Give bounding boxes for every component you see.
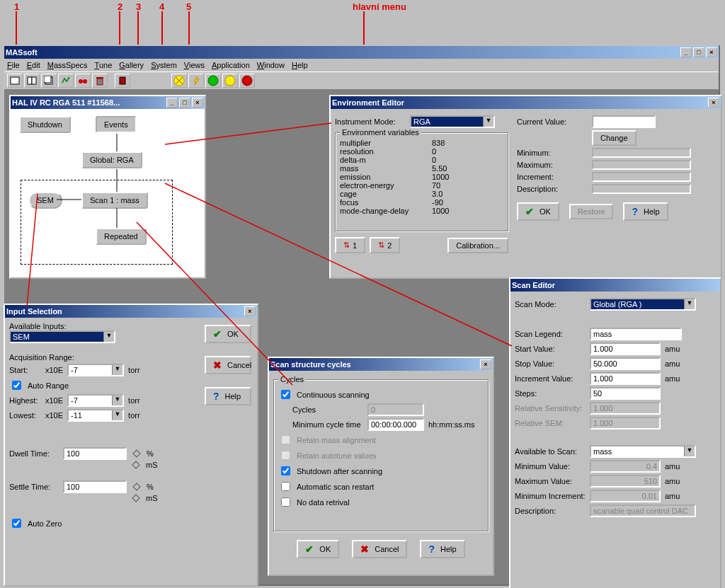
scan-editor-titlebar[interactable]: Scan Editor: [510, 279, 720, 292]
cancel-button[interactable]: Cancel: [352, 540, 407, 558]
min-value-field: 0.4: [590, 460, 661, 473]
stop-value-input[interactable]: [590, 357, 661, 370]
env-vars-table[interactable]: multiplier838 resolution0 delta-m0 mass5…: [340, 139, 503, 215]
menu-help[interactable]: Help: [292, 61, 308, 69]
close-button[interactable]: ×: [706, 47, 717, 57]
toolbar-btn-7[interactable]: [115, 74, 130, 88]
close-button[interactable]: ×: [480, 359, 491, 369]
ok-button[interactable]: OK: [517, 202, 559, 221]
auto-zero-checkbox[interactable]: [12, 519, 21, 528]
radio-pct-icon[interactable]: [132, 483, 140, 490]
toolbar-binoculars-icon[interactable]: [75, 74, 91, 88]
scan-cycles-titlebar[interactable]: Scan structure cycles ×: [269, 358, 493, 371]
desc-field: scanable quad control DAC: [590, 505, 696, 517]
menu-tune[interactable]: Tune: [95, 61, 113, 69]
env-btn-2[interactable]: ⇅2: [370, 237, 400, 253]
main-titlebar: MASsoft _ □ ×: [4, 46, 719, 59]
radio-ms-icon[interactable]: [132, 494, 139, 502]
toolbar-btn-3[interactable]: [41, 74, 57, 88]
rel-sem-field: 1.000: [590, 417, 661, 430]
main-window: MASsoft _ □ × File Edit MassSpecs Tune G…: [3, 45, 720, 586]
steps-input[interactable]: [590, 387, 661, 400]
no-data-checkbox[interactable]: [281, 497, 290, 507]
increment-value-input[interactable]: [590, 372, 661, 385]
menu-window[interactable]: Window: [257, 61, 285, 69]
toolbar-btn-2[interactable]: [24, 74, 40, 88]
start-combo[interactable]: -7▼: [67, 364, 124, 376]
shutdown-after-checkbox[interactable]: [281, 466, 290, 475]
toolbar-warning-icon[interactable]: [171, 74, 187, 88]
rel-sens-label: Relative Sensitivity:: [515, 404, 586, 413]
env-editor-titlebar[interactable]: Environment Editor ×: [331, 96, 721, 109]
auto-range-checkbox[interactable]: [12, 381, 21, 390]
maximize-button[interactable]: □: [179, 98, 190, 108]
cycles-group-label: Cycles: [278, 375, 306, 384]
continuous-checkbox[interactable]: [281, 390, 290, 399]
auto-restart-checkbox[interactable]: [281, 482, 290, 491]
current-value-input[interactable]: [592, 115, 656, 128]
toolbar-lightning-icon[interactable]: [188, 74, 204, 88]
help-button[interactable]: Help: [205, 387, 251, 405]
highest-combo[interactable]: -7▼: [67, 394, 124, 407]
input-selection-titlebar[interactable]: Input Selection ×: [5, 305, 257, 318]
available-inputs-combo[interactable]: SEM▼: [9, 330, 115, 343]
radio-pct-icon[interactable]: [132, 449, 140, 457]
available-to-scan-combo[interactable]: mass▼: [590, 445, 696, 458]
menu-system[interactable]: System: [151, 61, 177, 69]
auto-zero-label: Auto Zero: [28, 519, 62, 528]
menu-gallery[interactable]: Gallery: [119, 61, 144, 69]
instrument-mode-combo[interactable]: RGA▼: [410, 115, 495, 128]
menu-edit[interactable]: Edit: [27, 61, 40, 69]
env-editor-title: Environment Editor: [332, 98, 404, 107]
stop-value-label: Stop Value:: [515, 359, 586, 368]
calibration-button[interactable]: Calibration...: [447, 238, 508, 253]
close-button[interactable]: ×: [708, 98, 719, 108]
menu-massspecs[interactable]: MassSpecs: [47, 61, 88, 69]
minimize-button[interactable]: _: [680, 47, 692, 57]
maximize-button[interactable]: □: [693, 47, 704, 57]
environment-editor-window: Environment Editor × Instrument Mode: RG…: [329, 95, 722, 279]
help-button[interactable]: Help: [420, 540, 464, 558]
menu-application[interactable]: Application: [212, 61, 250, 69]
scan-legend-input[interactable]: [590, 328, 682, 340]
radio-ms-icon[interactable]: [132, 461, 139, 468]
toolbar-btn-1[interactable]: [7, 74, 23, 88]
cycles-label: Cycles: [292, 405, 363, 414]
help-button[interactable]: Help: [623, 202, 668, 221]
scan-legend-label: Scan Legend:: [515, 330, 586, 338]
current-value-label: Current Value:: [517, 117, 588, 126]
steps-label: Steps:: [515, 389, 586, 398]
close-button[interactable]: ×: [192, 98, 203, 108]
menu-views[interactable]: Views: [184, 61, 205, 69]
annotation-5: 5: [186, 1, 191, 12]
scan-mode-combo[interactable]: Global (RGA )▼: [590, 298, 696, 311]
toolbar-green-light-icon[interactable]: [205, 74, 221, 88]
ok-button[interactable]: OK: [297, 540, 339, 558]
desc-label: Description:: [515, 507, 586, 515]
max-value-field: 510: [590, 475, 661, 488]
env-btn-1[interactable]: ⇅1: [335, 237, 365, 253]
change-button[interactable]: Change: [592, 130, 636, 146]
torr-label: torr: [128, 366, 140, 374]
scan-cycles-title: Scan structure cycles: [270, 360, 351, 369]
continuous-label: Continuous scanning: [297, 391, 370, 399]
toolbar-btn-4[interactable]: [58, 74, 74, 88]
close-button[interactable]: ×: [244, 306, 256, 316]
menu-file[interactable]: File: [7, 61, 20, 69]
shutdown-after-label: Shutdown after scanning: [297, 467, 382, 475]
start-value-input[interactable]: [590, 342, 661, 355]
min-value-label: Minimum Value:: [515, 462, 586, 471]
minimize-button[interactable]: _: [166, 98, 178, 108]
rga-window-titlebar[interactable]: HAL IV RC RGA 511 #11568... _ □ ×: [11, 96, 205, 109]
lowest-combo[interactable]: -11▼: [67, 409, 124, 422]
cancel-button[interactable]: Cancel: [205, 356, 251, 374]
ok-button[interactable]: OK: [205, 325, 251, 343]
toolbar-red-light-icon[interactable]: [239, 74, 255, 88]
dwell-time-input[interactable]: [63, 447, 127, 460]
min-cycle-input[interactable]: [367, 418, 424, 431]
toolbar-yellow-light-icon[interactable]: [222, 74, 238, 88]
svg-point-13: [242, 76, 252, 86]
settle-time-input[interactable]: [63, 480, 127, 493]
toolbar-trash-icon[interactable]: [92, 74, 108, 88]
increment-value-label: Increment Value:: [515, 374, 586, 383]
